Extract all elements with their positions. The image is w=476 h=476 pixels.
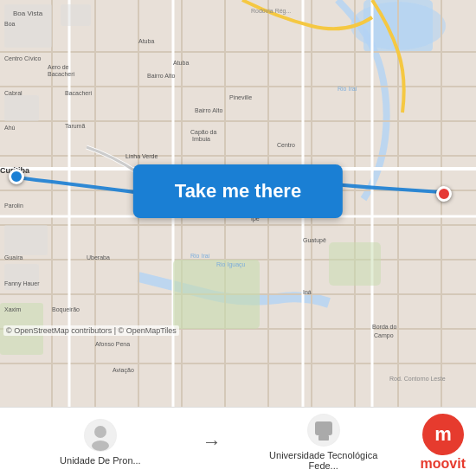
svg-text:Guaíra: Guaíra: [4, 254, 23, 261]
moovit-logo: m moovit: [421, 413, 466, 472]
svg-text:Boqueirão: Boqueirão: [52, 306, 80, 313]
moovit-brand-text: moovit: [421, 456, 466, 472]
svg-text:Rodovia Rég...: Rodovia Rég...: [251, 8, 291, 15]
svg-text:Fanny Hauer: Fanny Hauer: [4, 280, 40, 287]
from-label: Unidade De Pron...: [60, 455, 141, 466]
svg-text:Afonso Pena: Afonso Pena: [95, 341, 130, 347]
svg-text:Tarumã: Tarumã: [65, 123, 85, 129]
svg-rect-81: [318, 435, 329, 441]
svg-text:Ahú: Ahú: [4, 125, 16, 131]
svg-point-78: [92, 441, 109, 451]
to-label: Universidade Tecnológica Fede...: [254, 450, 393, 471]
svg-text:Rio Iraí: Rio Iraí: [338, 86, 357, 92]
svg-text:Iná: Iná: [303, 289, 312, 295]
svg-text:Campo: Campo: [374, 332, 394, 339]
svg-text:Cabral: Cabral: [4, 90, 23, 96]
svg-rect-80: [315, 421, 332, 435]
svg-text:Guatupê: Guatupê: [303, 237, 326, 244]
svg-text:Rod. Contorno Leste: Rod. Contorno Leste: [389, 376, 446, 382]
svg-point-77: [94, 426, 106, 438]
svg-text:Rio Iraí: Rio Iraí: [190, 253, 210, 259]
svg-text:Capão da: Capão da: [190, 129, 216, 136]
svg-text:Atuba: Atuba: [138, 38, 154, 44]
osm-attribution: © OpenStreetMap contributors | © OpenMap…: [3, 325, 179, 336]
svg-rect-33: [61, 4, 91, 26]
svg-text:Bairro Alto: Bairro Alto: [147, 73, 175, 79]
svg-rect-30: [329, 242, 381, 286]
svg-text:Bacacheri: Bacacheri: [48, 71, 75, 77]
svg-rect-34: [4, 95, 39, 121]
svg-text:Pineville: Pineville: [229, 94, 252, 100]
footer-to: Universidade Tecnológica Fede...: [234, 414, 414, 471]
svg-text:Rio Iguaçu: Rio Iguaçu: [216, 261, 246, 268]
footer: Unidade De Pron... → Universidade Tecnol…: [0, 407, 476, 476]
from-icon: [84, 419, 117, 452]
svg-text:Parolin: Parolin: [4, 203, 23, 209]
destination-dot: [436, 186, 452, 202]
map-container: Boa Vista Curitiba Bacacheri Tarumã Atub…: [0, 0, 476, 407]
svg-text:Borda do: Borda do: [372, 324, 397, 330]
svg-text:Aviação: Aviação: [113, 367, 134, 374]
svg-text:Centro: Centro: [277, 142, 295, 148]
footer-from: Unidade De Pron...: [10, 419, 190, 466]
svg-text:Boa Vista: Boa Vista: [13, 10, 43, 17]
svg-text:Bairro Alto: Bairro Alto: [195, 107, 222, 113]
take-me-there-button[interactable]: Take me there: [133, 164, 343, 218]
svg-text:Uberaba: Uberaba: [87, 254, 110, 261]
svg-text:Aero de: Aero de: [48, 64, 69, 70]
svg-text:Centro Cívico: Centro Cívico: [4, 55, 42, 61]
origin-dot: [9, 169, 24, 184]
svg-text:m: m: [434, 423, 452, 445]
svg-text:Imbuia: Imbuia: [192, 136, 210, 142]
to-icon: [307, 414, 340, 447]
direction-arrow: →: [197, 431, 227, 453]
svg-text:Atuba: Atuba: [173, 60, 189, 66]
svg-text:Boa: Boa: [4, 21, 16, 27]
svg-rect-29: [173, 260, 260, 329]
svg-text:Xaxim: Xaxim: [4, 306, 22, 312]
svg-text:Bacacheri: Bacacheri: [65, 90, 93, 96]
svg-text:Linha Verde: Linha Verde: [125, 153, 158, 159]
svg-rect-35: [4, 225, 48, 255]
